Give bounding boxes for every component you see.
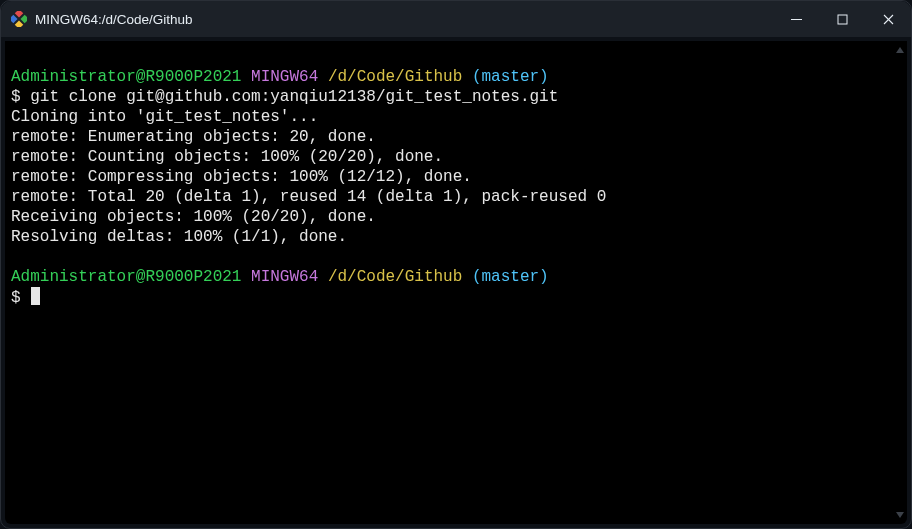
titlebar[interactable]: MINGW64:/d/Code/Github — [1, 1, 911, 37]
terminal-viewport[interactable]: Administrator@R9000P2021 MINGW64 /d/Code… — [5, 41, 907, 524]
output-line: Cloning into 'git_test_notes'... — [11, 107, 891, 127]
scroll-down-icon[interactable] — [895, 510, 905, 520]
blank-line — [11, 47, 891, 67]
prompt-symbol: $ — [11, 88, 21, 106]
prompt-userhost: Administrator@R9000P2021 — [11, 268, 241, 286]
prompt-userhost: Administrator@R9000P2021 — [11, 68, 241, 86]
scrollbar[interactable] — [895, 45, 905, 520]
prompt-path: /d/Code/Github — [328, 68, 462, 86]
svg-rect-5 — [838, 15, 847, 24]
svg-rect-2 — [11, 15, 18, 23]
output-line: Resolving deltas: 100% (1/1), done. — [11, 227, 891, 247]
window-title: MINGW64:/d/Code/Github — [35, 12, 193, 27]
maximize-button[interactable] — [819, 1, 865, 37]
terminal-content[interactable]: Administrator@R9000P2021 MINGW64 /d/Code… — [9, 41, 893, 524]
svg-rect-3 — [15, 20, 23, 27]
blank-line — [11, 247, 891, 267]
close-button[interactable] — [865, 1, 911, 37]
app-icon — [11, 11, 27, 27]
output-line: remote: Total 20 (delta 1), reused 14 (d… — [11, 187, 891, 207]
prompt-symbol: $ — [11, 289, 21, 307]
prompt-branch: (master) — [472, 268, 549, 286]
terminal-window: MINGW64:/d/Code/Github Administrator@R90… — [0, 0, 912, 529]
output-line: Receiving objects: 100% (20/20), done. — [11, 207, 891, 227]
scroll-up-icon[interactable] — [895, 45, 905, 55]
output-line: remote: Enumerating objects: 20, done. — [11, 127, 891, 147]
command-text: git clone git@github.com:yanqiu12138/git… — [30, 88, 558, 106]
prompt-line: Administrator@R9000P2021 MINGW64 /d/Code… — [11, 67, 891, 87]
svg-marker-9 — [896, 512, 904, 518]
prompt-shell: MINGW64 — [251, 68, 318, 86]
svg-rect-1 — [20, 15, 27, 23]
prompt-line: Administrator@R9000P2021 MINGW64 /d/Code… — [11, 267, 891, 287]
minimize-button[interactable] — [773, 1, 819, 37]
output-line: remote: Counting objects: 100% (20/20), … — [11, 147, 891, 167]
command-line: $ git clone git@github.com:yanqiu12138/g… — [11, 87, 891, 107]
prompt-branch: (master) — [472, 68, 549, 86]
command-line[interactable]: $ — [11, 287, 891, 308]
output-line: remote: Compressing objects: 100% (12/12… — [11, 167, 891, 187]
prompt-path: /d/Code/Github — [328, 268, 462, 286]
svg-rect-0 — [15, 11, 23, 18]
prompt-shell: MINGW64 — [251, 268, 318, 286]
cursor — [31, 287, 40, 305]
svg-marker-8 — [896, 47, 904, 53]
